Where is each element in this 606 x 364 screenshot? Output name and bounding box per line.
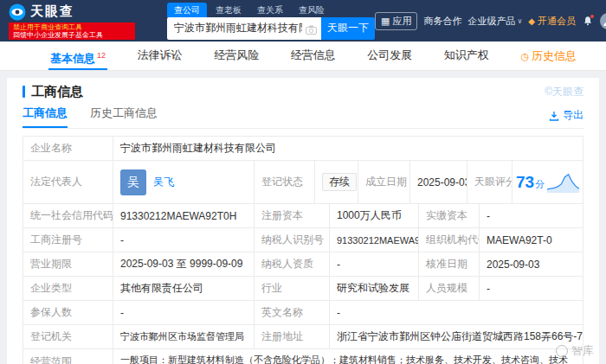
top-header: 天眼查 禁止用于商业查询工具 回馈中小企业发展子基金工具 查公司 查老板 查关系… <box>0 0 606 42</box>
export-label: 导出 <box>563 108 583 123</box>
industry-value: 研究和试验发展 <box>330 277 419 300</box>
reg-authority-label: 登记机关 <box>23 325 113 348</box>
search-tab-boss[interactable]: 查老板 <box>209 3 248 17</box>
ribbon-line-2: 回馈中小企业发展子基金工具 <box>13 31 131 39</box>
apps-menu[interactable]: ▦ 应用 <box>375 12 417 30</box>
tab-intellectual-property[interactable]: 知识产权 <box>442 42 491 70</box>
company-tab-bar: 基本信息12 法律诉讼 经营风险 经营信息 公司发展 知识产权 ◷ 历史信息 <box>0 42 606 71</box>
org-code-label: 组织机构代码 <box>419 228 480 252</box>
org-code-value: MAEWA92T-0 <box>480 228 583 252</box>
bell-icon[interactable] <box>582 15 594 27</box>
table-row: 营业期限 2025-09-03 至 9999-09-09 纳税人资质 - 核准日… <box>23 252 583 277</box>
tab-history-info-label: 历史信息 <box>532 42 577 70</box>
camera-search-icon[interactable] <box>306 22 317 38</box>
table-row: 经营范围 一般项目：新型建筑材料制造（不含危险化学品）；建筑材料销售；技术服务、… <box>23 349 583 364</box>
enterprise-product-label: 企业级产品 <box>467 15 515 28</box>
company-name-value: 宁波市鄞州雨虹建材科技有限公司 <box>113 137 583 160</box>
download-icon <box>549 111 559 121</box>
business-coop-label: 商务合作 <box>423 15 461 28</box>
company-type-label: 企业类型 <box>23 277 113 300</box>
vip-upgrade-link[interactable]: ◆ 开通会员 <box>528 15 576 28</box>
reg-number-value: - <box>113 228 255 252</box>
search-tabs: 查公司 查老板 查关系 查风险 <box>167 3 375 17</box>
enterprise-product-menu[interactable]: 企业级产品 ∨ <box>467 15 522 28</box>
header-right-menu: ▦ 应用 商务合作 企业级产品 ∨ ◆ 开通会员 苏米 <box>375 12 606 30</box>
reg-capital-value: 1000万人民币 <box>330 204 419 227</box>
registration-info-table: 企业名称 宁波市鄞州雨虹建材科技有限公司 法定代表人 吴 吴飞 登记状态 存续 … <box>23 136 583 364</box>
score-unit: 分 <box>535 178 545 191</box>
company-type-value: 其他有限责任公司 <box>113 277 255 300</box>
reg-status-label: 登记状态 <box>255 161 315 203</box>
logo-text: 天眼查 <box>30 3 74 20</box>
staff-size-value: - <box>480 277 583 300</box>
legal-rep-avatar[interactable]: 吴 <box>120 169 146 195</box>
tab-basic-info-label: 基本信息 <box>50 52 95 65</box>
insured-label: 参保人数 <box>23 301 113 324</box>
taxpayer-quali-label: 纳税人资质 <box>255 252 330 276</box>
search-tab-risk[interactable]: 查风险 <box>292 3 332 17</box>
subtab-current-registration[interactable]: 工商信息 <box>23 105 68 128</box>
search-tab-company[interactable]: 查公司 <box>167 3 207 17</box>
establish-date-label: 成立日期 <box>358 161 410 203</box>
english-name-label: 英文名称 <box>255 301 330 324</box>
watermark-text: 智库 <box>571 343 594 359</box>
search-tab-relation[interactable]: 查关系 <box>250 3 290 17</box>
business-coop-link[interactable]: 商务合作 <box>423 15 461 28</box>
watermark-logo-icon <box>556 345 568 357</box>
reg-authority-value: 宁波市鄞州区市场监督管理局 <box>113 325 255 348</box>
tab-history-info[interactable]: ◷ 历史信息 <box>519 42 578 70</box>
insured-value: - <box>113 301 255 324</box>
credit-code-value: 91330212MAEWA92T0H <box>113 204 255 227</box>
table-row: 工商注册号 - 纳税人识别号 91330212MAEWA92T0H 组织机构代码… <box>23 228 583 252</box>
staff-size-label: 人员规模 <box>419 277 480 300</box>
establish-date-value: 2025-09-03 <box>410 161 467 203</box>
business-scope-label: 经营范围 <box>23 349 113 364</box>
tab-operation-info[interactable]: 经营信息 <box>289 42 338 70</box>
user-avatar <box>600 13 606 29</box>
search-button[interactable]: 天眼一下 <box>321 17 375 40</box>
business-term-label: 营业期限 <box>23 252 113 276</box>
business-info-subtabs: 工商信息 历史工商信息 导出 <box>23 105 583 129</box>
business-term-value: 2025-09-03 至 9999-09-09 <box>113 252 255 276</box>
tab-company-development[interactable]: 公司发展 <box>365 42 414 70</box>
table-row: 法定代表人 吴 吴飞 登记状态 存续 成立日期 2025-09-03 天眼评分 … <box>23 161 583 204</box>
table-row: 登记机关 宁波市鄞州区市场监督管理局 注册地址 浙江省宁波市鄞州区钟公庙街道贸城… <box>23 325 583 349</box>
address-value: 浙江省宁波市鄞州区钟公庙街道贸城西路158弄66号-7 <box>337 329 583 344</box>
business-scope-value: 一般项目：新型建筑材料制造（不含危险化学品）；建筑材料销售；技术服务、技术开发、… <box>113 349 583 364</box>
legal-rep-link[interactable]: 吴飞 <box>153 175 174 189</box>
grid-icon: ▦ <box>381 16 390 26</box>
search-area: 查公司 查老板 查关系 查风险 天眼一下 <box>167 3 375 40</box>
export-button[interactable]: 导出 <box>549 108 583 128</box>
reg-number-label: 工商注册号 <box>23 228 113 252</box>
subtab-history-registration[interactable]: 历史工商信息 <box>90 105 158 128</box>
table-row: 企业类型 其他有限责任公司 行业 研究和试验发展 人员规模 - <box>23 277 583 301</box>
approval-date-value: 2025-09-03 <box>480 252 583 276</box>
search-input[interactable] <box>167 17 321 40</box>
table-row: 参保人数 - 英文名称 - <box>23 301 583 325</box>
tianyancha-watermark: ©天眼查 <box>545 85 583 99</box>
address-label: 注册地址 <box>255 325 330 348</box>
ribbon-line-1: 禁止用于商业查询工具 <box>13 23 131 31</box>
tianyan-score-cell[interactable]: 73 分 <box>513 161 583 203</box>
score-sparkline-chart <box>547 171 579 194</box>
tab-legal[interactable]: 法律诉讼 <box>136 42 184 70</box>
approval-date-label: 核准日期 <box>419 252 480 276</box>
vip-label: 开通会员 <box>538 15 576 28</box>
apps-label: 应用 <box>392 15 411 28</box>
tab-basic-info[interactable]: 基本信息12 <box>48 42 107 70</box>
user-menu[interactable]: 苏米 <box>600 13 606 29</box>
reg-capital-label: 注册资本 <box>255 204 330 227</box>
promo-ribbon: 禁止用于商业查询工具 回馈中小企业发展子基金工具 <box>9 22 135 40</box>
reg-status-badge: 存续 <box>322 173 357 191</box>
paid-capital-label: 实缴资本 <box>419 204 480 227</box>
industry-label: 行业 <box>255 277 330 300</box>
clock-icon: ◷ <box>520 42 529 70</box>
company-name-label: 企业名称 <box>23 137 113 160</box>
table-row: 统一社会信用代码 91330212MAEWA92T0H 注册资本 1000万人民… <box>23 204 583 228</box>
credit-code-label: 统一社会信用代码 <box>23 204 113 227</box>
tab-operation-risk[interactable]: 经营风险 <box>212 42 261 70</box>
tianyan-score-label: 天眼评分 <box>467 161 513 203</box>
vip-icon: ◆ <box>528 16 535 26</box>
english-name-value: - <box>330 301 583 324</box>
chevron-down-icon: ∨ <box>517 17 522 25</box>
